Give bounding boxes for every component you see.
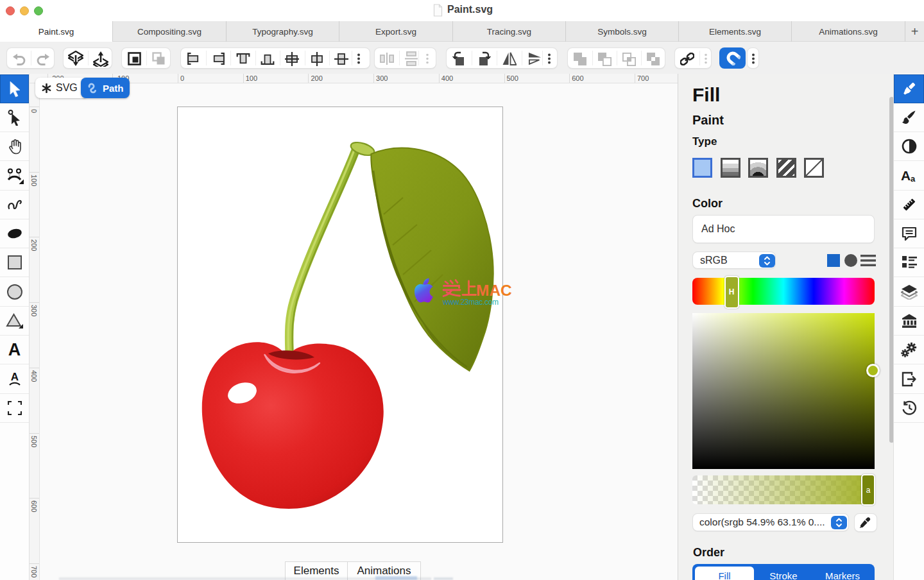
svg-text:www.23mac.com: www.23mac.com bbox=[442, 298, 499, 307]
svg-text:A: A bbox=[901, 168, 911, 183]
svg-text:MAC: MAC bbox=[476, 282, 512, 299]
svg-text:A: A bbox=[10, 371, 18, 383]
svg-text:a: a bbox=[911, 174, 916, 183]
